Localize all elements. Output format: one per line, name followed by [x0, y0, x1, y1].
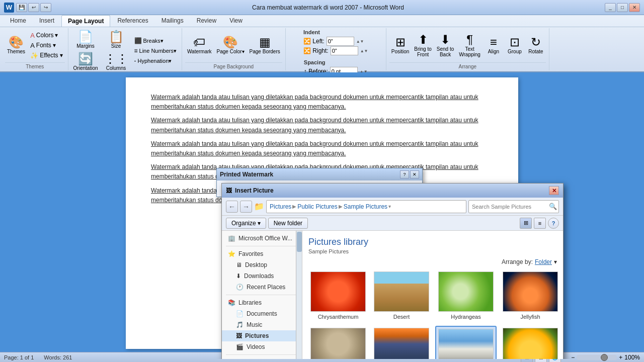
group-btn[interactable]: ⊡ Group — [505, 35, 525, 56]
breaks-btn[interactable]: ⬛Breaks▾ — [132, 36, 179, 45]
picture-item-koala[interactable]: Koala — [308, 326, 368, 359]
indent-right-spin[interactable]: ▲▼ — [360, 49, 368, 53]
doc-text-2: Watermark adalah tanda atau tulisan yang… — [151, 140, 478, 157]
nav-sep-1 — [226, 246, 298, 246]
organize-btn[interactable]: Organize ▾ — [226, 218, 266, 229]
breadcrumb-current: Sample Pictures — [344, 203, 387, 210]
nav-desktop[interactable]: 🖥 Desktop — [222, 259, 302, 270]
margins-btn[interactable]: 📄 Margins — [71, 29, 100, 50]
left-scrollbar[interactable] — [296, 231, 302, 359]
nav-documents[interactable]: 📄 Documents — [222, 308, 302, 319]
themes-btn[interactable]: 🎨 Themes — [5, 35, 27, 56]
nav-music[interactable]: 🎵 Music — [222, 319, 302, 330]
status-words: Words: 261 — [44, 354, 72, 360]
zoom-in-btn[interactable]: + — [619, 354, 622, 361]
hyphenation-icon: - — [134, 57, 136, 64]
nav-downloads[interactable]: ⬇ Downloads — [222, 270, 302, 282]
align-icon: ≡ — [490, 36, 497, 48]
tab-page-layout[interactable]: Page Layout — [61, 15, 110, 27]
line-numbers-btn[interactable]: ≡Line Numbers▾ — [132, 46, 179, 55]
downloads-icon: ⬇ — [236, 273, 241, 280]
back-btn[interactable]: ← — [226, 201, 238, 213]
watermark-btn[interactable]: 🏷 Watermark — [185, 35, 214, 56]
help-btn[interactable]: ? — [548, 218, 559, 229]
orientation-btn[interactable]: 🔄 Orientation — [71, 51, 100, 72]
zoom-out-btn[interactable]: − — [571, 354, 575, 361]
effects-icon: ✨ — [30, 52, 38, 59]
indent-right-input[interactable] — [331, 46, 358, 55]
picture-item-desert[interactable]: Desert — [372, 269, 431, 322]
watermark-help-btn[interactable]: ? — [400, 170, 409, 178]
tab-home[interactable]: Home — [4, 15, 32, 27]
arrange-value[interactable]: Folder — [535, 258, 552, 265]
desktop-icon: 🖥 — [236, 261, 242, 268]
nav-recent-places[interactable]: 🕐 Recent Places — [222, 282, 302, 293]
search-input[interactable] — [468, 200, 559, 213]
size-btn[interactable]: 📋 Size — [102, 29, 130, 50]
new-folder-btn[interactable]: New folder — [268, 218, 308, 229]
colors-btn[interactable]: A Colors ▾ — [28, 31, 64, 40]
send-to-back-btn[interactable]: ⬇ Send toBack — [435, 32, 456, 59]
nav-libraries-header[interactable]: 📚 Libraries — [222, 297, 302, 308]
close-btn[interactable]: ✕ — [629, 3, 640, 12]
picture-item-tulips[interactable]: Tulips — [501, 326, 560, 359]
nav-item-microsoft-office[interactable]: 🏢 Microsoft Office W... — [222, 233, 302, 244]
picture-item-penguins[interactable]: Penguins — [435, 326, 497, 359]
toolbar-bar: Organize ▾ New folder ⊞ ≡ ? — [222, 216, 563, 231]
picture-item-hydrangeas[interactable]: Hydrangeas — [435, 269, 497, 322]
page-color-btn[interactable]: 🎨 Page Color▾ — [215, 35, 247, 56]
tab-review[interactable]: Review — [191, 15, 222, 27]
breadcrumb-dropdown[interactable]: ▾ — [388, 204, 391, 209]
nav-computer[interactable]: 💻 Computer — [222, 357, 302, 359]
minimize-btn[interactable]: _ — [605, 3, 616, 12]
maximize-btn[interactable]: □ — [617, 3, 628, 12]
picture-item-chrysanthemum[interactable]: Chrysanthemum — [308, 269, 368, 322]
nav-pictures[interactable]: 🖼 Pictures — [222, 330, 302, 341]
tab-view[interactable]: View — [223, 15, 249, 27]
breaks-icon: ⬛ — [134, 37, 142, 44]
nav-videos[interactable]: 🎬 Videos — [222, 341, 302, 352]
right-panel: Pictures library Sample Pictures Arrange… — [302, 231, 563, 359]
view-icons-btn[interactable]: ⊞ — [520, 218, 532, 229]
picture-item-lighthouse[interactable]: Lighthouse — [372, 326, 431, 359]
picture-thumb-koala — [310, 328, 366, 359]
breadcrumb: Pictures ▶ Public Pictures ▶ Sample Pict… — [266, 200, 466, 213]
breadcrumb-sep-1: ▶ — [292, 204, 296, 209]
position-btn[interactable]: ⊞ Position — [389, 35, 412, 56]
quick-save-btn[interactable]: 💾 — [16, 3, 27, 12]
align-btn[interactable]: ≡ Align — [484, 35, 504, 56]
undo-btn[interactable]: ↩ — [28, 3, 39, 12]
picture-label-jellyfish: Jellyfish — [520, 314, 540, 320]
send-back-icon: ⬇ — [440, 34, 450, 46]
hyphenation-btn[interactable]: -Hyphenation▾ — [132, 56, 179, 65]
fonts-btn[interactable]: A Fonts ▾ — [28, 41, 64, 50]
picture-label-desert: Desert — [393, 314, 410, 320]
page-borders-btn[interactable]: ▦ Page Borders — [248, 35, 282, 56]
tab-mailings[interactable]: Mailings — [155, 15, 190, 27]
insert-dialog-close-btn[interactable]: ✕ — [549, 186, 559, 195]
indent-left-input[interactable] — [327, 37, 354, 46]
line-numbers-icon: ≡ — [134, 47, 138, 54]
library-title: Pictures library — [308, 237, 557, 247]
tab-references[interactable]: References — [111, 15, 154, 27]
indent-left-spin[interactable]: ▲▼ — [356, 39, 364, 44]
zoom-control: − + 100% — [571, 354, 640, 361]
text-wrapping-btn[interactable]: ¶ TextWrapping — [457, 32, 482, 59]
zoom-slider[interactable] — [577, 355, 617, 360]
rotate-btn[interactable]: ↻ Rotate — [526, 35, 546, 56]
forward-btn[interactable]: → — [240, 201, 252, 213]
page-bg-label: Page Background — [185, 62, 282, 69]
recent-icon: 🕐 — [236, 284, 244, 291]
picture-item-jellyfish[interactable]: Jellyfish — [501, 269, 560, 322]
nav-favorites-header[interactable]: ⭐ Favorites — [222, 248, 302, 259]
organize-arrow: ▾ — [258, 220, 261, 227]
ribbon-tabs: Home Insert Page Layout References Maili… — [0, 15, 644, 27]
view-details-btn[interactable]: ≡ — [534, 218, 546, 229]
watermark-close-btn[interactable]: ✕ — [410, 170, 419, 178]
columns-btn[interactable]: ⋮⋮ Columns — [102, 51, 130, 72]
bring-to-front-btn[interactable]: ⬆ Bring toFront — [412, 32, 433, 59]
watermark-icon: 🏷 — [193, 36, 205, 48]
redo-btn[interactable]: ↪ — [40, 3, 51, 12]
tab-insert[interactable]: Insert — [33, 15, 60, 27]
effects-btn[interactable]: ✨ Effects ▾ — [28, 51, 64, 60]
